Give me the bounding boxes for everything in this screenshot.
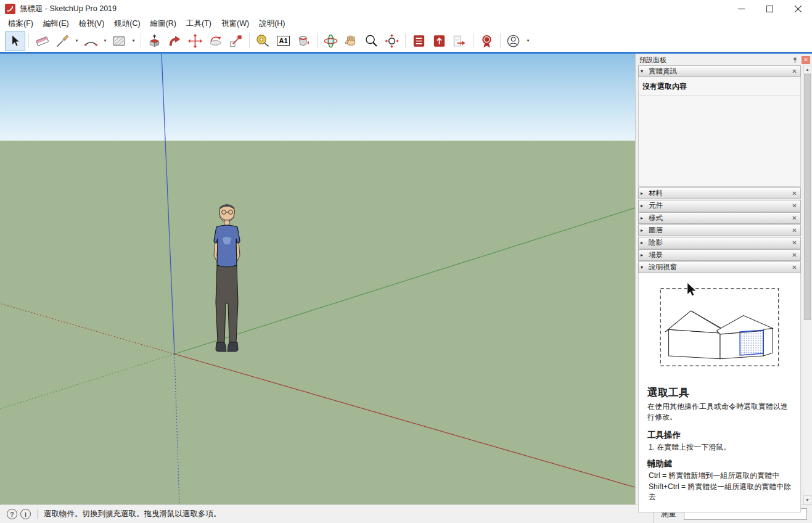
share-model-icon bbox=[432, 33, 447, 49]
get-models-icon bbox=[411, 33, 427, 49]
move-tool-button[interactable] bbox=[185, 31, 205, 51]
panel-header-components[interactable]: ▸ 元件 ✕ bbox=[638, 200, 801, 212]
zoom-tool-button[interactable] bbox=[361, 31, 382, 51]
menu-camera[interactable]: 鏡頭(C) bbox=[109, 17, 145, 30]
default-tray: 預設面板 ✕ ▾ 實體資訊 ✕ 沒有選取內容 bbox=[635, 54, 812, 504]
tape-measure-tool-icon bbox=[255, 33, 271, 49]
panel-header-layers[interactable]: ▸ 圖層 ✕ bbox=[638, 224, 801, 236]
panel-label: 元件 bbox=[649, 201, 663, 210]
orbit-tool-icon bbox=[323, 33, 338, 49]
menu-window[interactable]: 視窗(W) bbox=[216, 17, 254, 30]
paint-bucket-tool-icon bbox=[296, 33, 311, 49]
menu-draw[interactable]: 繪圖(R) bbox=[146, 17, 181, 30]
get-models-button[interactable] bbox=[409, 31, 429, 51]
select-tool-button[interactable] bbox=[5, 31, 25, 51]
close-icon bbox=[795, 6, 802, 12]
panel-close-icon[interactable]: ✕ bbox=[790, 252, 798, 258]
entity-info-empty-text: 沒有選取內容 bbox=[639, 77, 800, 96]
tray-body: ▾ 實體資訊 ✕ 沒有選取內容 ▸ 材料 ✕ ▸ 元件 ✕ bbox=[638, 65, 801, 504]
rectangle-tool-dropdown[interactable]: ▾ bbox=[129, 31, 137, 51]
menu-edit[interactable]: 編輯(E) bbox=[38, 17, 74, 30]
line-tool-button[interactable] bbox=[52, 31, 73, 51]
scrollbar-thumb[interactable] bbox=[804, 74, 811, 320]
panel-close-icon[interactable]: ✕ bbox=[790, 239, 798, 246]
instructor-house-illustration bbox=[652, 281, 787, 373]
instructor-ops-title: 工具操作 bbox=[647, 430, 794, 441]
panel-label: 場景 bbox=[649, 250, 663, 260]
toolbar-separator bbox=[405, 33, 406, 48]
tray-scrollbar[interactable]: ▲ ▼ bbox=[803, 65, 811, 504]
sketchup-logo-icon bbox=[5, 4, 15, 14]
toolbar-separator bbox=[473, 33, 474, 48]
scale-tool-button[interactable] bbox=[226, 31, 246, 51]
panel-label: 樣式 bbox=[649, 213, 663, 223]
pan-tool-button[interactable] bbox=[341, 31, 361, 51]
panel-header-styles[interactable]: ▸ 樣式 ✕ bbox=[638, 212, 801, 224]
close-button[interactable] bbox=[784, 0, 812, 17]
arc-tool-button[interactable] bbox=[81, 31, 101, 51]
panel-close-icon[interactable]: ✕ bbox=[790, 202, 798, 209]
send-to-layout-button[interactable] bbox=[449, 31, 470, 51]
window-title: 無標題 - SketchUp Pro 2019 bbox=[20, 4, 727, 14]
panel-close-icon[interactable]: ✕ bbox=[790, 264, 798, 271]
account-button[interactable] bbox=[504, 31, 524, 51]
share-model-button[interactable] bbox=[429, 31, 449, 51]
viewport-3d[interactable] bbox=[0, 54, 635, 504]
expand-arrow-icon: ▸ bbox=[641, 191, 649, 196]
zoom-extents-button[interactable] bbox=[382, 31, 402, 51]
pin-icon[interactable] bbox=[790, 56, 800, 64]
titlebar: 無標題 - SketchUp Pro 2019 bbox=[0, 0, 812, 17]
maximize-icon bbox=[766, 6, 773, 12]
expand-arrow-icon: ▸ bbox=[641, 240, 649, 245]
rotate-tool-button[interactable] bbox=[205, 31, 226, 51]
scale-figure-person[interactable] bbox=[199, 204, 255, 358]
push-pull-tool-icon bbox=[147, 33, 162, 49]
panel-close-icon[interactable]: ✕ bbox=[790, 227, 798, 234]
line-tool-dropdown[interactable]: ▾ bbox=[73, 31, 81, 51]
expand-arrow-icon: ▸ bbox=[641, 228, 649, 233]
menu-view[interactable]: 檢視(V) bbox=[74, 17, 110, 30]
panel-header-instructor[interactable]: ▾ 說明視窗 ✕ bbox=[638, 262, 801, 273]
menu-tools[interactable]: 工具(T) bbox=[181, 17, 216, 30]
menu-file[interactable]: 檔案(F) bbox=[3, 17, 38, 30]
geolocation-status-icon[interactable]: ? bbox=[7, 509, 17, 519]
rotate-tool-icon bbox=[208, 33, 223, 49]
account-dropdown[interactable]: ▾ bbox=[524, 31, 532, 51]
sketchup-window: 無標題 - SketchUp Pro 2019 檔案(F) 編輯(E) 檢視(V… bbox=[0, 0, 812, 523]
scroll-down-icon[interactable]: ▼ bbox=[803, 495, 811, 504]
panel-header-entity-info[interactable]: ▾ 實體資訊 ✕ bbox=[638, 65, 801, 77]
maximize-button[interactable] bbox=[755, 0, 784, 17]
pan-tool-icon bbox=[343, 33, 359, 49]
tray-close-button[interactable]: ✕ bbox=[802, 56, 810, 64]
divider bbox=[639, 96, 800, 96]
menu-help[interactable]: 說明(H) bbox=[254, 17, 290, 30]
tape-measure-tool-button[interactable] bbox=[253, 31, 273, 51]
instructor-keys-title: 輔助鍵 bbox=[647, 458, 794, 469]
info-status-icon[interactable]: i bbox=[20, 509, 31, 519]
panel-label: 圖層 bbox=[649, 226, 663, 235]
rectangle-tool-button[interactable] bbox=[109, 31, 129, 51]
zoom-extents-icon bbox=[384, 33, 400, 49]
panel-close-icon[interactable]: ✕ bbox=[790, 215, 798, 221]
panel-close-icon[interactable]: ✕ bbox=[790, 68, 798, 75]
orbit-tool-button[interactable] bbox=[321, 31, 341, 51]
arc-tool-dropdown[interactable]: ▾ bbox=[101, 31, 109, 51]
panel-header-scenes[interactable]: ▸ 場景 ✕ bbox=[638, 249, 801, 261]
follow-me-tool-button[interactable] bbox=[165, 31, 185, 51]
paint-bucket-tool-button[interactable] bbox=[293, 31, 314, 51]
scroll-up-icon[interactable]: ▲ bbox=[803, 65, 811, 74]
panel-header-shadows[interactable]: ▸ 陰影 ✕ bbox=[638, 237, 801, 249]
eraser-tool-button[interactable] bbox=[32, 31, 52, 51]
minimize-button[interactable] bbox=[727, 0, 755, 17]
select-tool-icon bbox=[7, 33, 23, 49]
instructor-key-ctrl: Ctrl = 將實體新增到一組所選取的實體中 bbox=[649, 471, 794, 480]
text-tool-button[interactable]: A1 bbox=[273, 31, 293, 51]
move-tool-icon bbox=[187, 33, 203, 49]
drawing-axes bbox=[0, 54, 635, 504]
panel-header-materials[interactable]: ▸ 材料 ✕ bbox=[638, 187, 801, 199]
push-pull-tool-button[interactable] bbox=[144, 31, 165, 51]
panel-close-icon[interactable]: ✕ bbox=[790, 190, 798, 197]
instructor-text: 選取工具 在使用其他操作工具或命令時選取實體以進行修改。 工具操作 1. 在實體… bbox=[639, 373, 800, 505]
toolbar-separator bbox=[28, 33, 29, 48]
extension-warehouse-button[interactable] bbox=[477, 31, 497, 51]
